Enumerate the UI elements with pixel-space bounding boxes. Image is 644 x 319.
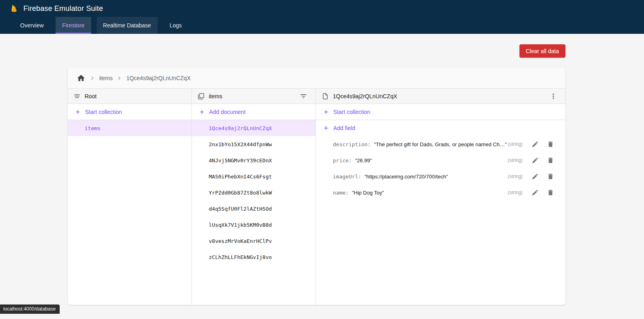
root-icon bbox=[73, 93, 81, 100]
field-value: "The perfect gift for Dads, Grads, or pe… bbox=[374, 141, 507, 147]
root-column-body: Start collection items bbox=[68, 104, 191, 305]
document-row[interactable]: 2nx1bYo15X2X44dfpnWw bbox=[192, 136, 316, 152]
field-value: "26.99" bbox=[355, 157, 372, 164]
field-key: price: bbox=[333, 157, 352, 164]
field-type: (string) bbox=[508, 141, 526, 147]
field-key: imageUrl: bbox=[333, 174, 361, 180]
delete-field-button[interactable] bbox=[544, 154, 557, 166]
field-value: "https://placeimg.com/720/700/tech" bbox=[364, 174, 448, 180]
field-row: description: "The perfect gift for Dads,… bbox=[316, 136, 565, 152]
plus-icon bbox=[323, 125, 329, 131]
document-row[interactable]: YrPZdd0Gb87Zt8o8lwkW bbox=[192, 184, 316, 201]
plus-icon bbox=[199, 109, 205, 115]
breadcrumb: items 1Qce4s9aj2rQLnUnCZqX bbox=[68, 68, 565, 89]
start-collection-button[interactable]: Start collection bbox=[68, 104, 191, 120]
edit-field-button[interactable] bbox=[529, 186, 541, 199]
collection-icon bbox=[197, 93, 205, 100]
filter-icon[interactable] bbox=[297, 90, 310, 103]
collection-column-header: items bbox=[192, 89, 316, 104]
breadcrumb-collection[interactable]: items bbox=[99, 75, 112, 81]
root-column: Root Start collection items bbox=[68, 89, 192, 305]
collection-column-title: items bbox=[209, 93, 222, 99]
plus-icon bbox=[75, 109, 81, 115]
document-row[interactable]: zCLhZhLLFhEkNGvIj8vo bbox=[192, 249, 316, 265]
chevron-right-icon bbox=[116, 75, 123, 82]
firestore-columns: Root Start collection items items bbox=[68, 89, 565, 305]
chevron-right-icon bbox=[89, 75, 96, 82]
document-icon bbox=[322, 93, 329, 100]
tab-realtime-database[interactable]: Realtime Database bbox=[97, 17, 158, 34]
tab-firestore[interactable]: Firestore bbox=[56, 17, 91, 34]
plus-icon bbox=[323, 109, 329, 115]
field-row: price: "26.99" (string) bbox=[316, 152, 565, 168]
breadcrumb-document: 1Qce4s9aj2rQLnUnCZqX bbox=[126, 75, 191, 81]
collection-row-items[interactable]: items bbox=[68, 120, 191, 136]
firestore-browser-panel: items 1Qce4s9aj2rQLnUnCZqX Root bbox=[68, 68, 565, 305]
field-value: "Hip Dog Toy" bbox=[352, 190, 384, 196]
page-actions: Clear all data bbox=[68, 44, 565, 58]
document-column-header: 1Qce4s9aj2rQLnUnCZqX bbox=[316, 89, 565, 104]
edit-field-button[interactable] bbox=[529, 170, 541, 182]
app-title: Firebase Emulator Suite bbox=[23, 4, 103, 13]
add-field-button[interactable]: Add field bbox=[316, 120, 565, 136]
start-collection-button[interactable]: Start collection bbox=[316, 104, 565, 120]
home-icon[interactable] bbox=[77, 74, 85, 83]
add-document-button[interactable]: Add document bbox=[192, 104, 316, 120]
delete-field-button[interactable] bbox=[544, 186, 557, 199]
document-column-body: Start collection Add field description: … bbox=[316, 104, 565, 305]
document-column: 1Qce4s9aj2rQLnUnCZqX Start collection bbox=[316, 89, 565, 305]
firebase-logo-icon bbox=[10, 3, 19, 14]
field-row: imageUrl: "https://placeimg.com/720/700/… bbox=[316, 168, 565, 184]
document-row[interactable]: d4q5SqfU0Fl2lAZtHSOd bbox=[192, 201, 316, 217]
nav-tabs: Overview Firestore Realtime Database Log… bbox=[0, 17, 644, 34]
field-type: (string) bbox=[508, 190, 526, 195]
app-title-row: Firebase Emulator Suite bbox=[0, 0, 644, 17]
edit-field-button[interactable] bbox=[529, 154, 541, 166]
status-bar: localhost:4000/database bbox=[0, 304, 60, 314]
field-key: description: bbox=[333, 141, 371, 147]
document-column-title: 1Qce4s9aj2rQLnUnCZqX bbox=[333, 93, 397, 99]
edit-field-button[interactable] bbox=[529, 138, 541, 150]
kebab-menu-icon[interactable] bbox=[547, 90, 560, 103]
document-row[interactable]: lUsqXk7V1jkb5KM0vB8d bbox=[192, 217, 316, 233]
document-row[interactable]: 1Qce4s9aj2rQLnUnCZqX bbox=[192, 120, 316, 136]
document-row[interactable]: MAS0iPhebXnI4Cs6Fsgt bbox=[192, 168, 316, 184]
app-header: Firebase Emulator Suite Overview Firesto… bbox=[0, 0, 644, 34]
delete-field-button[interactable] bbox=[544, 138, 557, 150]
root-column-title: Root bbox=[85, 93, 97, 99]
root-column-header: Root bbox=[68, 89, 191, 104]
field-type: (string) bbox=[508, 157, 526, 163]
document-row[interactable]: 4NJvj5NGMv0rY39cEDnX bbox=[192, 152, 316, 168]
collection-column: items Add document 1Qce4s9aj2rQLnUnCZqX … bbox=[192, 89, 316, 305]
field-type: (string) bbox=[508, 174, 526, 179]
collection-column-body: Add document 1Qce4s9aj2rQLnUnCZqX 2nx1bY… bbox=[192, 104, 316, 305]
delete-field-button[interactable] bbox=[544, 170, 557, 182]
field-row: name: "Hip Dog Toy" (string) bbox=[316, 184, 565, 201]
clear-all-data-button[interactable]: Clear all data bbox=[519, 44, 566, 58]
document-row[interactable]: v8veszMrVoKaEnrHClPv bbox=[192, 233, 316, 249]
field-key: name: bbox=[333, 190, 349, 196]
tab-overview[interactable]: Overview bbox=[14, 17, 50, 34]
tab-logs[interactable]: Logs bbox=[163, 17, 188, 34]
